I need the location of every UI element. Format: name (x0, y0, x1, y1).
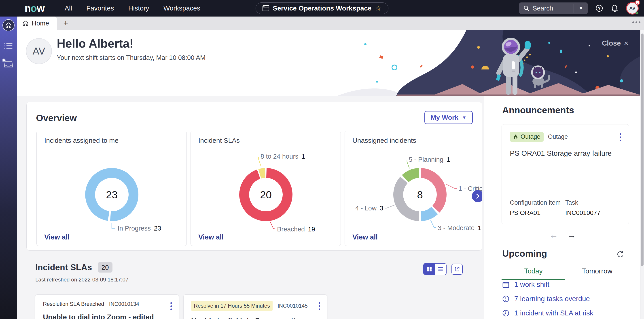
pager-next-arrow[interactable]: → (567, 230, 576, 240)
configuration-item-field: Configuration item PS ORA01 (510, 199, 565, 217)
nav-item-workspaces[interactable]: Workspaces (164, 4, 200, 12)
tab-home-label: Home (32, 20, 49, 27)
workspace-name: Service Operations Workspace (273, 4, 372, 12)
search-scope-dropdown[interactable]: ▼ (579, 6, 583, 11)
chevron-down-icon: ▼ (462, 115, 466, 120)
nav-item-favorites[interactable]: Favorites (86, 4, 114, 12)
announcement-type: Outage (548, 133, 568, 140)
overview-chart-carousel: Incidents assigned to me 23 In Progress2… (36, 131, 482, 246)
greeting-subtitle: Your next shift starts on Thursday, Mar … (57, 54, 206, 61)
window-icon (262, 5, 269, 11)
incident-number: INC0010145 (278, 303, 308, 309)
chart-card-unassigned-incidents: Unassigned incidents 8 5 - Planning1 1 -… (344, 131, 482, 246)
clock-icon (502, 310, 510, 317)
chart-title: Incidents assigned to me (44, 137, 118, 144)
view-all-link[interactable]: View all (198, 233, 224, 241)
refresh-icon[interactable] (616, 250, 624, 258)
segment-label-8-to-24-hours: 8 to 24 hours1 (260, 153, 305, 160)
task-field: Task INC0010077 (565, 199, 621, 217)
sla-card-inc0010145[interactable]: Resolve in 17 Hours 55 Minutes INC001014… (183, 295, 327, 319)
upcoming-item-sla-at-risk[interactable]: 1 incident with SLA at risk (502, 309, 593, 317)
pager-prev-arrow[interactable]: ← (549, 230, 558, 240)
notifications-bell-icon[interactable] (611, 4, 618, 12)
user-avatar[interactable]: AV 0 (626, 2, 639, 14)
home-icon (5, 22, 12, 28)
workspace-switcher[interactable]: Service Operations Workspace ☆ (256, 2, 388, 14)
svg-text:?: ? (598, 6, 600, 11)
donut-center-value: 20 (252, 189, 279, 201)
flame-icon (513, 134, 518, 140)
donut-center-value: 23 (98, 189, 125, 201)
upcoming-list: 1 work shift 7 learning tasks overdue 1 … (502, 281, 593, 317)
grid-icon (427, 267, 432, 272)
tab-tomorrow[interactable]: Tomorrow (565, 267, 629, 280)
segment-label-low: 4 - Low3 (353, 205, 383, 212)
view-all-link[interactable]: View all (352, 233, 378, 241)
main-content: Overview My Work ▼ Incidents assigned to… (17, 96, 484, 319)
incident-number: INC0010134 (109, 301, 139, 307)
page-scrollbar[interactable] (640, 30, 644, 319)
announcement-card[interactable]: Outage Outage PS ORA01 Storage array fai… (502, 124, 629, 224)
carousel-next-button[interactable] (472, 190, 482, 202)
chevron-right-icon (476, 193, 480, 199)
sla-section-header: Incident SLAs 20 (35, 262, 112, 273)
my-work-filter-button[interactable]: My Work ▼ (424, 111, 473, 124)
incident-short-description[interactable]: Unable to dial into Zoom meetings (191, 317, 319, 319)
favorite-star-icon[interactable]: ☆ (375, 4, 382, 12)
donut-center-value: 8 (406, 189, 433, 201)
service-operations-workspace: now All Favorites History Workspaces Ser… (0, 0, 644, 319)
top-nav: now All Favorites History Workspaces Ser… (0, 0, 644, 16)
view-toggle-group (423, 263, 463, 275)
upcoming-item-work-shift[interactable]: 1 work shift (502, 281, 593, 289)
segment-label-planning: 5 - Planning1 (409, 156, 450, 163)
close-label: Close (602, 39, 621, 47)
chart-title: Unassigned incidents (352, 137, 416, 144)
tab-strip: Home + (17, 16, 644, 30)
segment-label-moderate: 3 - Moderate1 (438, 224, 482, 232)
my-work-label: My Work (431, 114, 458, 121)
home-tab-icon (22, 20, 28, 26)
sla-card-list: Resolution SLA Breached INC0010134 Unabl… (35, 295, 327, 319)
list-icon (4, 42, 13, 50)
calendar-icon (502, 281, 510, 288)
announcement-card-title: PS ORA01 Storage array failure (510, 149, 621, 157)
external-link-icon (454, 267, 460, 272)
tab-home[interactable]: Home (17, 16, 57, 30)
list-view-icon (438, 267, 443, 272)
sidebar-item-inbox[interactable] (4, 60, 13, 68)
add-tab-button[interactable]: + (61, 18, 71, 28)
card-view-button[interactable] (424, 264, 435, 275)
nav-item-history[interactable]: History (128, 4, 149, 12)
announcement-pager: ← → (484, 230, 641, 240)
view-all-link[interactable]: View all (44, 233, 70, 241)
alert-icon (502, 295, 510, 303)
top-nav-right: ▼ ? AV 0 (519, 0, 639, 16)
search-input[interactable] (533, 5, 573, 12)
open-in-list-button[interactable] (452, 264, 463, 275)
chart-card-incident-slas: Incident SLAs 20 8 to 24 hours1 Breached… (190, 131, 341, 246)
sla-status-text: Resolve in 17 Hours 55 Minutes (191, 301, 272, 311)
card-menu-kebab-icon[interactable] (170, 302, 172, 310)
tab-overflow-button[interactable] (632, 21, 640, 23)
incident-short-description[interactable]: Unable to dial into Zoom - edited (43, 313, 171, 319)
help-icon[interactable]: ? (595, 4, 603, 12)
nav-item-all[interactable]: All (64, 4, 72, 12)
greeting-banner: AV Hello Alberta! Your next shift starts… (17, 30, 644, 96)
inbox-icon (4, 60, 13, 68)
sla-card-inc0010134[interactable]: Resolution SLA Breached INC0010134 Unabl… (35, 295, 179, 319)
announcement-menu-kebab-icon[interactable] (620, 133, 621, 141)
sidebar-item-lists[interactable] (4, 42, 13, 50)
sidebar-item-home[interactable] (2, 19, 14, 31)
presence-indicator (636, 11, 639, 15)
card-menu-kebab-icon[interactable] (319, 302, 320, 310)
search-icon (523, 5, 530, 11)
now-logo[interactable]: now (24, 2, 44, 14)
tab-today[interactable]: Today (502, 267, 565, 280)
scrollbar-thumb[interactable] (641, 33, 644, 266)
top-nav-menu: All Favorites History Workspaces (64, 4, 200, 12)
global-search[interactable]: ▼ (519, 2, 588, 14)
banner-close-button[interactable]: Close × (602, 39, 628, 47)
upcoming-item-learning-tasks[interactable]: 7 learning tasks overdue (502, 295, 593, 303)
upcoming-tabs: Today Tomorrow (502, 267, 629, 280)
list-view-button[interactable] (435, 264, 446, 275)
